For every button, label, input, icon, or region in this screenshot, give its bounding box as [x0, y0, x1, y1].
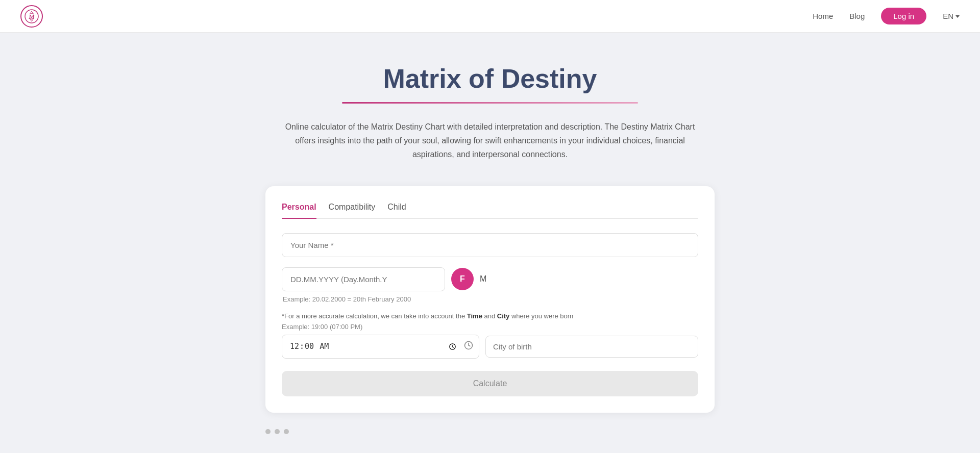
- calculate-button[interactable]: Calculate: [282, 371, 698, 396]
- language-selector[interactable]: EN: [943, 12, 960, 20]
- accurate-hint-suffix: where you were born: [509, 312, 573, 320]
- dot-1: [265, 429, 271, 434]
- date-input[interactable]: [282, 267, 445, 291]
- time-input[interactable]: [282, 335, 479, 359]
- language-label: EN: [943, 12, 953, 20]
- accurate-hint: *For a more accurate calculation, we can…: [282, 312, 698, 320]
- tab-child[interactable]: Child: [387, 203, 406, 218]
- title-underline: [342, 102, 638, 104]
- navbar: M Home Blog Log in EN: [0, 0, 980, 33]
- dots-row: [265, 413, 715, 434]
- login-button[interactable]: Log in: [881, 8, 926, 24]
- name-input[interactable]: [282, 233, 698, 257]
- time-example: Example: 19:00 (07:00 PM): [282, 323, 698, 331]
- page-description: Online calculator of the Matrix Destiny …: [281, 120, 699, 162]
- gender-male-label: M: [480, 274, 486, 284]
- navbar-right: Home Blog Log in EN: [813, 8, 960, 24]
- main-content: Matrix of Destiny Online calculator of t…: [255, 33, 725, 453]
- dot-2: [275, 429, 280, 434]
- logo-icon: M: [20, 5, 43, 28]
- nav-blog[interactable]: Blog: [849, 12, 865, 20]
- time-input-wrap: [282, 335, 479, 359]
- accurate-hint-city: City: [497, 312, 510, 320]
- nav-home[interactable]: Home: [813, 12, 833, 20]
- tab-personal[interactable]: Personal: [282, 203, 316, 218]
- page-title: Matrix of Destiny: [265, 63, 715, 94]
- date-hint: Example: 20.02.2000 = 20th February 2000: [283, 295, 698, 303]
- form-card: Personal Compatibility Child F M Example…: [265, 186, 715, 413]
- gender-female-button[interactable]: F: [451, 268, 474, 290]
- accurate-hint-middle: and: [482, 312, 497, 320]
- chevron-down-icon: [955, 15, 960, 18]
- tab-compatibility[interactable]: Compatibility: [329, 203, 376, 218]
- name-group: [282, 233, 698, 257]
- accurate-hint-time: Time: [467, 312, 482, 320]
- dot-3: [284, 429, 289, 434]
- date-gender-row: F M: [282, 267, 698, 291]
- time-city-row: [282, 335, 698, 359]
- accurate-hint-prefix: *For a more accurate calculation, we can…: [282, 312, 467, 320]
- logo[interactable]: M: [20, 5, 43, 28]
- city-input[interactable]: [485, 336, 698, 358]
- tabs: Personal Compatibility Child: [282, 203, 698, 219]
